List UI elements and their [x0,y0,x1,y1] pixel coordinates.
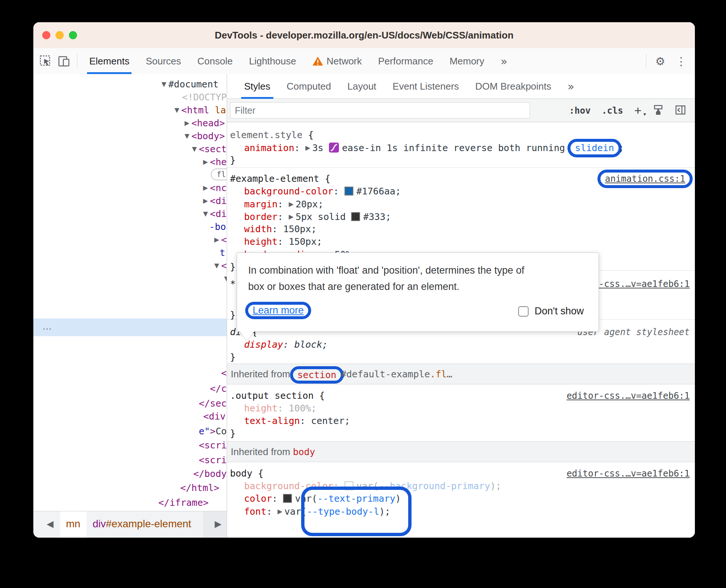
tree-row[interactable]: </body [193,468,227,479]
tab-[interactable]: » [493,48,516,74]
tab-sources[interactable]: Sources [137,48,189,74]
color-swatch [351,212,360,221]
sidebar-tab-styles[interactable]: Styles [236,74,279,99]
styles-filter-input[interactable] [230,102,530,118]
css-rule-row[interactable]: animation: ▶ 3s ease-in 1s infinite reve… [244,141,624,154]
tab-memory[interactable]: Memory [442,48,493,74]
tree-row[interactable]: </html> [180,482,219,493]
kebab-menu-icon[interactable]: ⋮ [670,55,695,68]
breadcrumb-crumb-partial[interactable]: mn [66,518,80,530]
tree-row[interactable]: ▶ <di [203,196,227,206]
tree-row[interactable]: ▶ <head> [184,118,225,128]
css-rule-row[interactable]: display: block; [244,338,328,351]
sidebar-tab-eventlisteners[interactable]: Event Listeners [384,74,467,99]
css-rule-row[interactable]: body { [230,467,263,480]
tree-row[interactable]: ▶ <he [203,157,227,167]
tree-row[interactable]: <div [203,411,226,422]
tab-lighthouse[interactable]: Lighthouse [241,48,304,74]
tree-row[interactable]: < [221,368,227,378]
tree-row[interactable]: <scri [199,440,227,451]
tree-row[interactable]: <!DOCTYP [182,92,227,103]
breadcrumb-crumb-selected[interactable]: div#example-element [93,518,191,530]
tree-row[interactable]: </sec [199,398,227,409]
tree-row[interactable]: ▼ [224,273,227,284]
css-rule-row[interactable]: height: 150px; [244,235,322,248]
tree-row[interactable]: ▶ <nc [203,183,227,193]
sidebar-tab-computed[interactable]: Computed [279,74,339,99]
toggle-element-state-button[interactable]: :hov [569,106,591,116]
tree-row[interactable]: e">Co [199,426,227,437]
dom-tree-panel[interactable]: ▼ #document<!DOCTYP▼ <html la▶ <head>▼ <… [33,74,227,511]
tree-row[interactable]: ▼ < [214,260,227,271]
tree-row[interactable]: ▼ <html la [174,105,226,116]
chevron-down-icon: ▾ [643,111,646,117]
tree-row[interactable]: ▼ #document [161,79,219,90]
tree-row[interactable]: </iframe> [159,497,209,508]
learn-more-link[interactable]: Learn more [253,305,304,316]
code-token: { [325,173,330,184]
inherited-section-link[interactable]: section [297,370,336,380]
flex-badge[interactable]: fl [211,168,227,180]
css-rule-row[interactable]: #example-element { [230,173,330,185]
tree-row[interactable]: t [220,247,225,258]
code-token: : [272,224,283,234]
css-rule-row[interactable]: } [230,427,236,440]
tree-row[interactable]: ▶ < [214,234,227,245]
stylesheet-source-link[interactable]: editor-css.…v=ae1feb6:1 [567,390,690,402]
styles-sidebar: StylesComputedLayoutEvent ListenersDOM B… [227,74,695,538]
tab-console[interactable]: Console [189,48,241,74]
sidebar-tab-layout[interactable]: Layout [339,74,384,99]
element-classes-button[interactable]: .cls [602,106,623,116]
css-rule-row[interactable]: border: ▶ 5px solid #333; [244,210,391,223]
css-rule-row[interactable]: margin: ▶ 20px; [244,198,323,210]
code-token: #document [169,79,219,90]
css-rule-row[interactable]: } [230,261,236,273]
tree-row[interactable]: <scri [199,455,227,465]
tree-row[interactable]: ▼ <di [203,208,227,219]
toggle-sidebar-icon[interactable] [675,104,686,117]
selected-tree-row[interactable]: … [33,318,227,336]
title-bar[interactable]: DevTools - developer.mozilla.org/en-US/d… [33,22,695,49]
editor-css-source-link[interactable]: editor-css.…v=ae1feb6:1 [567,468,690,479]
stylesheet-source-link[interactable]: animation.css:1 [600,173,690,185]
tree-row[interactable]: -bo [209,221,226,232]
settings-gear-icon[interactable]: ⚙ [650,55,670,68]
sidebar-tab-[interactable]: » [559,74,582,99]
dont-show-checkbox[interactable] [518,306,529,317]
tree-row[interactable]: </c [210,383,227,394]
new-style-rule-button[interactable]: +▾ [634,103,642,118]
css-rule-row[interactable]: element.style { [230,129,314,141]
sidebar-tab-label: DOM Breakpoints [475,81,551,92]
code-token: : [283,339,294,350]
device-toolbar-icon[interactable] [58,55,70,67]
tab-network[interactable]: Network [304,48,370,74]
inherited-body-link[interactable]: body [293,447,315,457]
styles-rules-list[interactable]: In combination with 'float' and 'positio… [227,122,695,538]
css-rule-row[interactable]: .output section { [230,390,325,402]
css-rule-row[interactable]: height: 100%; [244,402,317,415]
code-token: background-color [244,186,333,197]
css-rule-row[interactable]: } [230,154,236,167]
code-token: 150px [289,236,316,247]
tree-row[interactable]: ▼ <body> [184,131,225,141]
code-token: <scri [199,440,227,451]
breadcrumb-forward-icon[interactable]: ▶ [215,519,222,529]
sidebar-tab-dombreakpoints[interactable]: DOM Breakpoints [467,74,559,99]
css-rule-row[interactable]: background-color: #1766aa; [244,185,401,198]
brush-icon[interactable] [653,104,664,117]
ellipsis-icon[interactable]: … [42,321,53,332]
css-rule-row[interactable]: width: 150px; [244,223,317,235]
css-rule-row[interactable]: text-align: center; [244,415,350,427]
animation-css-source-link[interactable]: animation.css:1 [605,174,685,184]
tab-performance[interactable]: Performance [370,48,442,74]
css-rule-row[interactable]: } [230,351,236,364]
tab-elements[interactable]: Elements [81,48,137,74]
stylesheet-source-link[interactable]: editor-css.…v=ae1feb6:1 [567,467,690,480]
inspect-element-icon[interactable] [39,55,52,67]
tree-row[interactable]: ▼ <sect [192,144,227,154]
slidein-keyframes-link[interactable]: slidein [575,143,614,153]
css-rule-row[interactable]: } [230,309,236,321]
editor-css-source-link[interactable]: editor-css.…v=ae1feb6:1 [567,391,690,401]
breadcrumb-back-icon[interactable]: ◀ [47,519,53,529]
code-token: ; [386,211,391,222]
